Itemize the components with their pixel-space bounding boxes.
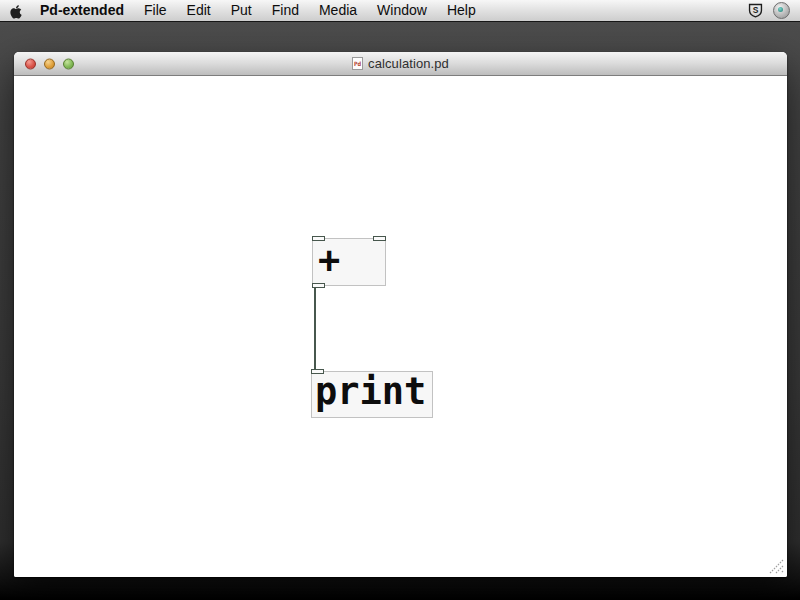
menu-item-put[interactable]: Put [221,0,262,21]
shield-s-icon[interactable]: S [747,2,764,19]
close-button[interactable] [25,58,36,69]
desktop: Pd-extended File Edit Put Find Media Win… [0,0,800,600]
patch-canvas[interactable]: + print [14,76,787,577]
menu-item-edit[interactable]: Edit [177,0,221,21]
object-label: print [315,372,426,412]
apple-menu[interactable] [9,3,23,19]
patch-window: Pd calculation.pd + print [14,52,787,577]
svg-text:S: S [753,5,759,15]
menu-item-help[interactable]: Help [437,0,486,21]
object-box-plus[interactable]: + [312,238,386,286]
menu-item-window[interactable]: Window [367,0,437,21]
title-wrap: Pd calculation.pd [352,56,449,71]
outlet-nub[interactable] [312,283,325,288]
title-bar[interactable]: Pd calculation.pd [14,52,787,76]
inlet-nub[interactable] [373,236,386,241]
window-title: calculation.pd [368,56,449,71]
apple-icon [9,3,23,19]
inlet-nub[interactable] [312,236,325,241]
minimize-button[interactable] [44,58,55,69]
object-label: + [318,239,340,283]
object-box-print[interactable]: print [311,371,433,418]
patch-cord[interactable] [314,285,316,371]
camera-icon[interactable] [773,2,790,19]
menu-item-find[interactable]: Find [262,0,309,21]
menu-bar-status-area: S [747,2,800,19]
traffic-lights [25,58,74,69]
resize-grip[interactable] [767,557,784,574]
menu-item-media[interactable]: Media [309,0,367,21]
menu-bar: Pd-extended File Edit Put Find Media Win… [0,0,800,22]
document-proxy-icon[interactable]: Pd [352,57,363,70]
menu-item-pd-extended[interactable]: Pd-extended [30,0,134,21]
inlet-nub[interactable] [311,369,324,374]
menu-item-file[interactable]: File [134,0,177,21]
zoom-button[interactable] [63,58,74,69]
